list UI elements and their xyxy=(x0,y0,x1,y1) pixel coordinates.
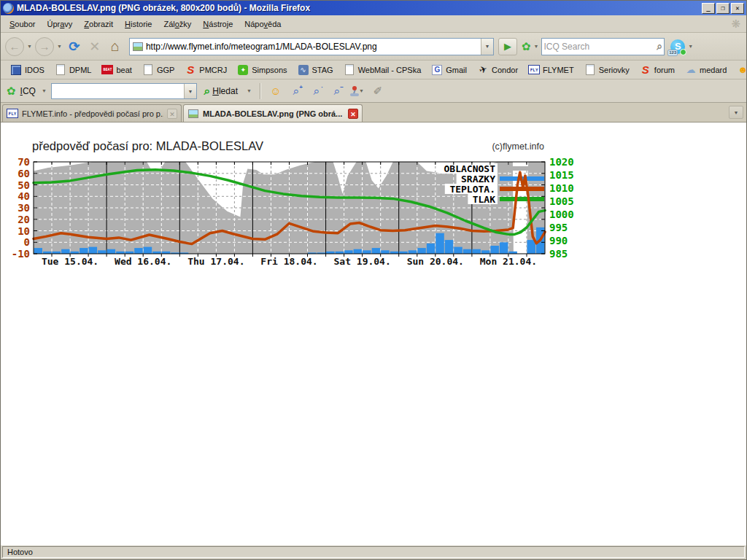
right-axis-label: 985 xyxy=(549,248,568,260)
hledat-magnifier-icon: ⌕ xyxy=(204,85,210,98)
tab-close-icon[interactable]: ✕ xyxy=(348,109,358,119)
smiley-icon: ☻ xyxy=(737,64,746,76)
menu-bar: SouborÚpravyZobrazitHistorieZáložkyNástr… xyxy=(1,15,746,33)
bookmark-label: Simpsons xyxy=(252,66,287,74)
right-axis-label: 1005 xyxy=(549,195,574,207)
bookmark-condor[interactable]: ✈Condor xyxy=(472,63,523,77)
left-axis-label: 60 xyxy=(18,168,30,179)
bookmark-label: IDOS xyxy=(25,66,44,74)
menu-item-3[interactable]: Historie xyxy=(119,18,158,31)
icq-combo-dropdown-icon[interactable]: ▼ xyxy=(184,84,196,98)
page-icon xyxy=(584,64,596,76)
beat-icon: BEAT xyxy=(101,64,113,76)
close-button[interactable]: ✕ xyxy=(731,3,744,14)
hledat-dropdown-icon[interactable]: ▼ xyxy=(245,88,253,93)
zoom-actual-icon[interactable]: ⌕ xyxy=(309,83,325,99)
x-axis-day-label: Thu 17.04. xyxy=(187,256,244,267)
bookmark-flymet[interactable]: FLYFLYMET xyxy=(523,63,579,77)
tab-list-dropdown-icon[interactable]: ▼ xyxy=(729,106,743,119)
bookmark-label: Gmail xyxy=(446,66,467,74)
bookmark-stag[interactable]: ∿STAG xyxy=(293,63,338,77)
emotions-icon[interactable]: ☺ xyxy=(268,83,284,99)
icq-search-dropdown-icon[interactable]: ▼ xyxy=(532,44,540,49)
menu-item-1[interactable]: Úpravy xyxy=(41,18,78,31)
image-favicon xyxy=(187,108,199,120)
search-magnifier-icon[interactable]: ⌕ xyxy=(657,40,662,52)
bookmark-gmail[interactable]: GGmail xyxy=(426,63,472,77)
title-bar[interactable]: MLADA-BOLESLAV.png (PNG obrázek, 800x200… xyxy=(1,1,746,15)
bookmark-simpsons[interactable]: ✦Simpsons xyxy=(232,63,292,77)
bookmark-opravar-[interactable]: ☻opravar:-) xyxy=(732,63,746,77)
forward-button[interactable]: → xyxy=(35,37,54,56)
right-axis-label: 995 xyxy=(549,222,568,233)
back-dropdown-icon[interactable]: ▼ xyxy=(26,44,34,49)
minimize-button[interactable]: _ xyxy=(702,3,715,14)
bookmark-pmcrj[interactable]: SPMCRJ xyxy=(179,63,232,77)
bookmark-label: beat xyxy=(116,66,131,74)
skype-icon[interactable]: S xyxy=(670,39,685,54)
forward-dropdown-icon[interactable]: ▼ xyxy=(55,44,63,49)
menu-item-0[interactable]: Soubor xyxy=(4,18,41,31)
icq-flower-icon[interactable]: ✿ xyxy=(522,40,531,53)
bookmark-idos[interactable]: IDOS xyxy=(5,63,50,77)
bookmark-label: GGP xyxy=(157,66,174,74)
x-axis-day-label: Sun 20.04. xyxy=(407,256,464,267)
games-icon[interactable]: ▼ xyxy=(349,83,365,99)
eraser-icon[interactable]: ✐ xyxy=(370,83,386,99)
navigation-toolbar: ← ▼ → ▼ ⟳ ✕ ⌂ ▼ ▶ ✿ ▼ ⌕ S ▼ xyxy=(1,33,746,61)
bookmark-webmail-cpska[interactable]: WebMail - CPSka xyxy=(338,63,427,77)
url-input[interactable] xyxy=(146,42,481,52)
menu-item-4[interactable]: Záložky xyxy=(158,18,197,31)
left-axis-label: 10 xyxy=(18,225,30,237)
restore-button[interactable]: ❐ xyxy=(716,3,729,14)
icq-menu-button[interactable]: ICQ xyxy=(19,86,37,96)
zoom-out-icon[interactable]: ⌕ xyxy=(329,83,345,99)
bookmark-label: FLYMET xyxy=(543,66,574,74)
icq-search-combobox: ▼ xyxy=(51,83,197,99)
bookmark-beat[interactable]: BEATbeat xyxy=(96,63,136,77)
meteogram-svg: předpověď počasí pro: MLADA-BOLESLAV(c)f… xyxy=(1,131,584,279)
page-content: předpověď počasí pro: MLADA-BOLESLAV(c)f… xyxy=(1,122,746,545)
simpsons-icon: ✦ xyxy=(237,64,249,76)
search-bar: ⌕ xyxy=(541,38,665,55)
left-axis-label: 20 xyxy=(18,214,30,225)
url-history-dropdown-icon[interactable]: ▼ xyxy=(481,39,493,55)
fly-favicon: FLY xyxy=(7,108,18,120)
bookmark-label: PMCRJ xyxy=(199,66,227,74)
back-button[interactable]: ← xyxy=(5,37,24,56)
bookmark-dpml[interactable]: DPML xyxy=(50,63,97,77)
menu-item-2[interactable]: Zobrazit xyxy=(78,18,119,31)
zoom-in-icon[interactable]: ⌕ xyxy=(288,83,304,99)
throbber-icon: ❋ xyxy=(731,18,740,31)
bookmark-ggp[interactable]: GGP xyxy=(137,63,179,77)
menu-item-5[interactable]: Nástroje xyxy=(197,18,239,31)
bookmarks-toolbar: IDOSDPMLBEATbeatGGPSPMCRJ✦Simpsons∿STAGW… xyxy=(1,61,746,79)
firefox-window: MLADA-BOLESLAV.png (PNG obrázek, 800x200… xyxy=(0,0,747,560)
search-input[interactable] xyxy=(543,42,657,52)
reload-button[interactable]: ⟳ xyxy=(65,37,84,56)
bookmark-forum[interactable]: Sforum xyxy=(635,63,680,77)
icq-menu-dropdown-icon[interactable]: ▼ xyxy=(40,88,48,93)
right-axis-label: 1020 xyxy=(549,156,574,168)
go-button[interactable]: ▶ xyxy=(498,38,517,55)
tab-flymet-info[interactable]: FLY FLYMET.info - předpovědi počasí pro … xyxy=(2,104,182,122)
page-favicon-image-icon xyxy=(132,41,144,52)
tab-strip: FLY FLYMET.info - předpovědi počasí pro … xyxy=(1,103,746,122)
menu-item-6[interactable]: Nápověda xyxy=(239,18,287,31)
left-axis-label: 70 xyxy=(18,156,30,168)
icq-search-input[interactable] xyxy=(52,86,184,96)
stag-icon: ∿ xyxy=(298,64,309,76)
hledat-search-button[interactable]: ⌕ Hledat xyxy=(200,83,242,99)
bookmark-label: medard xyxy=(700,66,727,74)
skype-dropdown-icon[interactable]: ▼ xyxy=(686,44,694,49)
home-button[interactable]: ⌂ xyxy=(106,37,125,56)
stop-button[interactable]: ✕ xyxy=(85,37,104,56)
right-axis-label: 1015 xyxy=(549,169,574,181)
chart-copyright: (c)flymet.info xyxy=(492,141,544,152)
bookmark-seriovky[interactable]: Seriovky xyxy=(579,63,635,77)
icq-toolbar: ✿ ICQ ▼ ▼ ⌕ Hledat ▼ ☺⌕⌕⌕▼✐ xyxy=(1,79,746,103)
tab-close-icon[interactable]: ✕ xyxy=(167,109,177,119)
tab-mlada-boleslav-png[interactable]: MLADA-BOLESLAV.png (PNG obrá... ✕ xyxy=(183,104,363,122)
fly-icon: FLY xyxy=(528,64,540,76)
bookmark-medard[interactable]: ☁medard xyxy=(680,63,732,77)
